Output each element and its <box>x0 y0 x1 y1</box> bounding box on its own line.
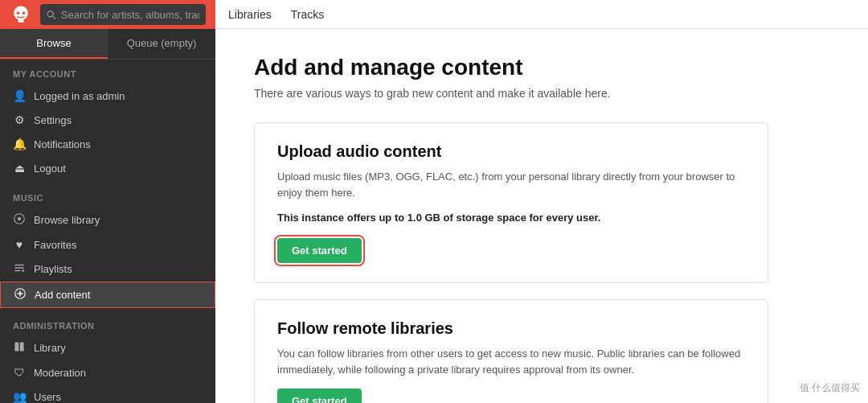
section-music: Music Browse library ♥ Favorites Playlis… <box>0 183 215 311</box>
top-nav: Libraries Tracks <box>215 0 868 29</box>
playlists-icon <box>13 262 26 276</box>
sidebar-item-logged-in: 👤 Logged in as admin <box>0 84 215 108</box>
svg-marker-9 <box>23 269 26 272</box>
nav-libraries[interactable]: Libraries <box>228 2 272 27</box>
search-input[interactable] <box>61 9 199 21</box>
follow-card-desc: You can follow libraries from other user… <box>277 346 745 377</box>
svg-point-1 <box>23 12 26 15</box>
svg-rect-13 <box>14 342 18 351</box>
upload-card-desc: Upload music files (MP3, OGG, FLAC, etc.… <box>277 169 745 200</box>
music-icon <box>13 213 26 227</box>
sidebar-item-logout[interactable]: ⏏ Logout <box>0 156 215 180</box>
svg-rect-8 <box>14 270 20 271</box>
user-icon: 👤 <box>13 89 26 102</box>
sidebar-item-browse-library[interactable]: Browse library <box>0 208 215 232</box>
settings-label: Settings <box>34 114 72 126</box>
users-label: Users <box>34 391 61 403</box>
settings-icon: ⚙ <box>13 113 26 126</box>
logout-icon: ⏏ <box>13 162 26 175</box>
tab-queue[interactable]: Queue (empty) <box>108 29 215 59</box>
library-icon <box>13 341 26 355</box>
sidebar-item-playlists[interactable]: Playlists <box>0 257 215 282</box>
logo-icon <box>10 3 32 26</box>
upload-get-started-button[interactable]: Get started <box>277 238 362 263</box>
page-subtitle: There are various ways to grab new conte… <box>254 87 829 100</box>
upload-card-highlight: This instance offers up to 1.0 GB of sto… <box>277 212 745 224</box>
upload-card-title: Upload audio content <box>277 142 745 161</box>
browse-library-label: Browse library <box>34 214 100 226</box>
add-content-label: Add content <box>35 289 90 301</box>
svg-point-5 <box>18 217 21 220</box>
sidebar-item-settings[interactable]: ⚙ Settings <box>0 108 215 132</box>
follow-get-started-button[interactable]: Get started <box>277 389 362 403</box>
add-content-icon <box>14 288 27 302</box>
sidebar-tabs: Browse Queue (empty) <box>0 29 215 60</box>
sidebar-item-users[interactable]: 👥 Users <box>0 384 215 403</box>
follow-card-title: Follow remote libraries <box>277 319 745 338</box>
section-title-my-account: My account <box>0 69 215 84</box>
notifications-label: Notifications <box>34 138 91 150</box>
section-my-account: My account 👤 Logged in as admin ⚙ Settin… <box>0 60 215 183</box>
search-icon <box>47 10 56 20</box>
svg-rect-6 <box>14 265 23 265</box>
logout-label: Logout <box>34 162 66 175</box>
nav-tracks[interactable]: Tracks <box>291 2 324 27</box>
moderation-label: Moderation <box>34 367 86 379</box>
svg-rect-12 <box>18 293 23 294</box>
sidebar-item-notifications[interactable]: 🔔 Notifications <box>0 132 215 156</box>
moderation-icon: 🛡 <box>13 366 26 379</box>
sidebar-header <box>0 0 215 29</box>
svg-point-2 <box>47 10 53 16</box>
svg-point-0 <box>17 12 20 15</box>
card-follow-libraries: Follow remote libraries You can follow l… <box>254 299 768 403</box>
sidebar-item-moderation[interactable]: 🛡 Moderation <box>0 360 215 384</box>
sidebar-item-favorites[interactable]: ♥ Favorites <box>0 232 215 257</box>
notifications-icon: 🔔 <box>13 138 26 150</box>
section-administration: Administration Library 🛡 Moderation 👥 Us… <box>0 311 215 403</box>
users-icon: 👥 <box>13 390 26 403</box>
logged-in-label: Logged in as admin <box>34 90 125 102</box>
page-title: Add and manage content <box>254 55 829 80</box>
library-label: Library <box>34 342 66 354</box>
svg-line-3 <box>53 16 56 19</box>
playlists-label: Playlists <box>34 263 72 275</box>
sidebar-item-library[interactable]: Library <box>0 335 215 360</box>
section-title-administration: Administration <box>0 321 215 335</box>
favorites-label: Favorites <box>34 239 76 251</box>
card-upload: Upload audio content Upload music files … <box>254 122 768 283</box>
sidebar: Browse Queue (empty) My account 👤 Logged… <box>0 0 215 403</box>
svg-rect-7 <box>14 267 23 268</box>
main-content: Add and manage content There are various… <box>215 29 868 403</box>
heart-icon: ♥ <box>13 238 26 251</box>
sidebar-item-add-content[interactable]: Add content <box>0 282 215 308</box>
svg-rect-14 <box>20 342 24 351</box>
search-bar[interactable] <box>40 4 206 25</box>
tab-browse[interactable]: Browse <box>0 29 108 59</box>
section-title-music: Music <box>0 193 215 208</box>
